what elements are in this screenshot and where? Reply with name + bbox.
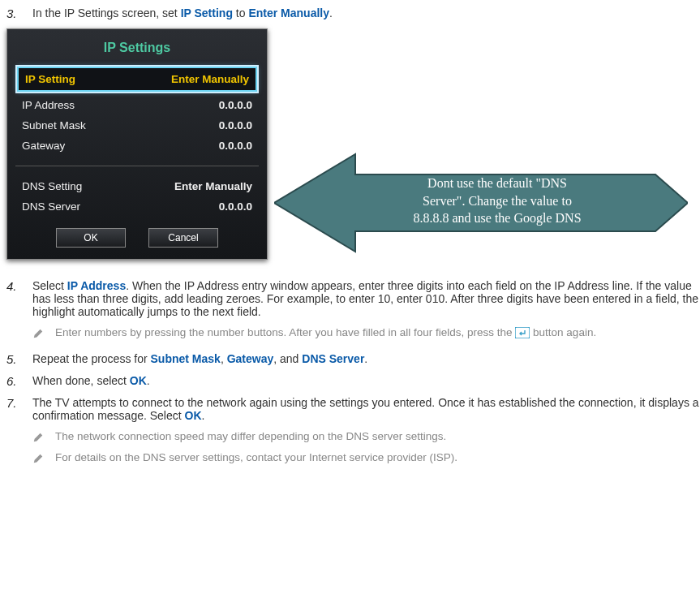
row-value: 0.0.0.0: [219, 140, 252, 152]
row-label: DNS Setting: [22, 180, 82, 192]
panel-buttons: OK Cancel: [7, 220, 267, 248]
step-6: 6. When done, select OK.: [6, 374, 700, 388]
step-body: The TV attempts to connect to the networ…: [32, 396, 700, 469]
row-value: 0.0.0.0: [219, 200, 252, 213]
keyword-ok: OK: [130, 374, 147, 387]
arrow-text: Dont use the default "DNS Server". Chang…: [371, 174, 623, 227]
text: to: [236, 6, 249, 19]
text: .: [329, 6, 333, 19]
text: , and: [273, 352, 302, 365]
note-speed: The network connection speed may differ …: [32, 430, 700, 443]
row-subnet-mask[interactable]: Subnet Mask 0.0.0.0: [14, 115, 260, 136]
keyword-subnet-mask: Subnet Mask: [151, 352, 221, 365]
step-number: 5.: [6, 352, 32, 366]
row-ip-address[interactable]: IP Address 0.0.0.0: [14, 95, 260, 115]
step-body: When done, select OK.: [32, 374, 700, 388]
note-isp: For details on the DNS server settings, …: [32, 451, 700, 464]
step-4: 4. Select IP Address. When the IP Addres…: [6, 279, 700, 344]
panel-arrow-row: IP Settings IP Setting Enter Manually IP…: [6, 28, 700, 260]
text: Select: [32, 279, 67, 292]
text: .: [364, 352, 367, 365]
row-dns-setting[interactable]: DNS Setting Enter Manually: [14, 176, 260, 196]
pencil-icon: [32, 432, 44, 443]
step-5: 5. Repeat the process for Subnet Mask, G…: [6, 352, 700, 366]
note-text: Enter numbers by pressing the number but…: [55, 326, 596, 339]
text: In the IP Settings screen, set: [32, 6, 181, 19]
step-number: 7.: [6, 396, 32, 469]
arrow-line: Dont use the default "DNS: [427, 176, 567, 190]
text: Enter numbers by pressing the number but…: [55, 326, 515, 338]
text: .: [147, 374, 150, 387]
row-label: IP Address: [22, 99, 75, 111]
keyword-ip-setting: IP Setting: [181, 6, 233, 19]
keyword-dns-server: DNS Server: [302, 352, 364, 365]
svg-rect-1: [515, 327, 530, 338]
pencil-icon: [32, 328, 44, 339]
step-body: Repeat the process for Subnet Mask, Gate…: [32, 352, 700, 366]
ip-settings-panel: IP Settings IP Setting Enter Manually IP…: [6, 28, 268, 260]
enter-icon: [515, 327, 530, 338]
step-body: Select IP Address. When the IP Address e…: [32, 279, 700, 344]
step-7: 7. The TV attempts to connect to the net…: [6, 396, 700, 469]
row-label: DNS Server: [22, 200, 80, 213]
pencil-icon: [32, 453, 44, 464]
panel-title: IP Settings: [7, 36, 267, 63]
arrow-line: Server". Change the value to: [423, 194, 572, 208]
text: ,: [221, 352, 227, 365]
step-number: 3.: [6, 6, 32, 20]
divider: [15, 166, 259, 166]
row-label: Subnet Mask: [22, 119, 86, 131]
text: The TV attempts to connect to the networ…: [32, 396, 699, 422]
row-value: 0.0.0.0: [219, 99, 252, 111]
row-value: Enter Manually: [174, 180, 252, 192]
ok-button[interactable]: OK: [56, 228, 126, 248]
row-value: 0.0.0.0: [219, 119, 252, 131]
main-group: IP Setting Enter Manually IP Address 0.0…: [7, 63, 267, 159]
note-enter-numbers: Enter numbers by pressing the number but…: [32, 326, 700, 339]
step-body: In the IP Settings screen, set IP Settin…: [32, 6, 700, 20]
note-text: The network connection speed may differ …: [55, 430, 446, 443]
row-dns-server[interactable]: DNS Server 0.0.0.0: [14, 196, 260, 217]
keyword-gateway: Gateway: [227, 352, 274, 365]
row-label: Gateway: [22, 140, 65, 152]
row-label: IP Setting: [25, 73, 75, 85]
text: button again.: [533, 326, 596, 338]
dns-group: DNS Setting Enter Manually DNS Server 0.…: [7, 173, 267, 220]
text: Repeat the process for: [32, 352, 151, 365]
text: . When the IP Address entry window appea…: [32, 279, 698, 318]
note-text: For details on the DNS server settings, …: [55, 451, 457, 464]
step-3: 3. In the IP Settings screen, set IP Set…: [6, 6, 700, 20]
text: When done, select: [32, 374, 130, 387]
step-number: 6.: [6, 374, 32, 388]
row-ip-setting[interactable]: IP Setting Enter Manually: [17, 67, 257, 92]
arrow-line: 8.8.8.8 and use the Google DNS: [413, 211, 581, 225]
keyword-ok: OK: [185, 409, 202, 422]
arrow-callout: Dont use the default "DNS Server". Chang…: [274, 150, 688, 258]
keyword-ip-address: IP Address: [67, 279, 126, 292]
step-number: 4.: [6, 279, 32, 344]
text: .: [202, 409, 205, 422]
row-gateway[interactable]: Gateway 0.0.0.0: [14, 136, 260, 156]
keyword-enter-manually: Enter Manually: [248, 6, 329, 19]
cancel-button[interactable]: Cancel: [148, 228, 218, 248]
row-value: Enter Manually: [171, 73, 249, 85]
